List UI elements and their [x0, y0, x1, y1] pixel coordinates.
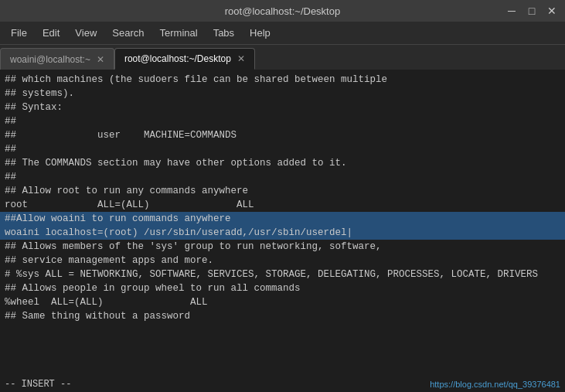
maximize-button[interactable]: □ [525, 4, 539, 18]
menu-bar: File Edit View Search Terminal Tabs Help [0, 22, 565, 45]
tab-root-label: root@localhost:~/Desktop [124, 53, 231, 64]
terminal-line: root ALL=(ALL) ALL [5, 198, 560, 212]
terminal-line: ## [5, 170, 560, 184]
menu-search[interactable]: Search [104, 24, 151, 42]
minimize-button[interactable]: ─ [505, 4, 519, 18]
terminal-line: ## service management apps and more. [5, 254, 560, 268]
terminal-line: woaini localhost=(root) /usr/sbin/userad… [0, 226, 565, 240]
menu-edit[interactable]: Edit [35, 24, 67, 42]
terminal-line: ## which machines (the sudoers file can … [5, 73, 560, 87]
tabs-bar: woaini@localhost:~ ✕ root@localhost:~/De… [0, 45, 565, 70]
terminal-line: ## The COMMANDS section may have other o… [5, 156, 560, 170]
window-title: root@localhost:~/Desktop [225, 5, 340, 17]
tab-woaini-label: woaini@localhost:~ [10, 54, 90, 65]
tab-woaini-close[interactable]: ✕ [97, 54, 104, 65]
terminal-line: %wheel ALL=(ALL) ALL [5, 295, 560, 309]
menu-tabs[interactable]: Tabs [206, 24, 242, 42]
menu-help[interactable]: Help [242, 24, 278, 42]
menu-view[interactable]: View [67, 24, 104, 42]
terminal-line: # %sys ALL = NETWORKING, SOFTWARE, SERVI… [5, 268, 560, 281]
terminal-line: ## systems). [5, 87, 560, 101]
window-controls: ─ □ ✕ [505, 4, 559, 18]
terminal-line: ## [5, 114, 560, 128]
terminal-line: ##Allow woaini to run commands anywhere [0, 212, 565, 226]
terminal-line: ## Same thing without a password [5, 309, 560, 323]
menu-terminal[interactable]: Terminal [152, 24, 206, 42]
tab-root[interactable]: root@localhost:~/Desktop ✕ [114, 48, 255, 70]
tab-woaini[interactable]: woaini@localhost:~ ✕ [0, 48, 114, 70]
insert-mode-label: -- INSERT -- [5, 379, 71, 390]
terminal-line: ## user MACHINE=COMMANDS [5, 128, 560, 142]
terminal-line: ## Allow root to run any commands anywhe… [5, 184, 560, 198]
terminal-line: ## [5, 142, 560, 156]
close-button[interactable]: ✕ [545, 4, 559, 18]
title-bar: root@localhost:~/Desktop ─ □ ✕ [0, 0, 565, 22]
terminal-line: ## Allows people in group wheel to run a… [5, 281, 560, 295]
terminal-content[interactable]: ## which machines (the sudoers file can … [0, 70, 565, 377]
status-link: https://blog.csdn.net/qq_39376481 [430, 380, 560, 389]
menu-file[interactable]: File [3, 24, 35, 42]
terminal-window: root@localhost:~/Desktop ─ □ ✕ File Edit… [0, 0, 565, 392]
tab-root-close[interactable]: ✕ [237, 53, 245, 64]
status-bar: -- INSERT -- https://blog.csdn.net/qq_39… [0, 377, 565, 392]
terminal-line: ## Allows members of the 'sys' group to … [5, 240, 560, 254]
terminal-line: ## Syntax: [5, 101, 560, 114]
